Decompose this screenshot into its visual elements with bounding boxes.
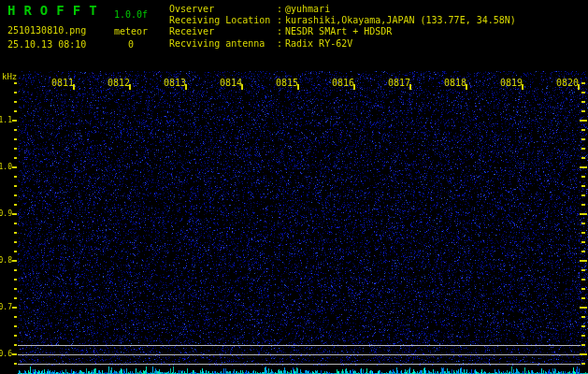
time-tick-label: 0819 bbox=[500, 79, 523, 88]
tick-mark bbox=[14, 335, 17, 337]
station-info-row: Ovserver:@yuhmari bbox=[169, 4, 516, 15]
time-tick-label: 0820 bbox=[556, 79, 579, 88]
info-colon: : bbox=[277, 4, 285, 15]
time-tick-label: 0815 bbox=[276, 79, 298, 88]
tick-mark bbox=[581, 204, 585, 206]
info-value: @yuhmari bbox=[285, 4, 330, 15]
tick-mark bbox=[581, 157, 585, 159]
tick-mark bbox=[581, 241, 585, 243]
tick-mark bbox=[581, 176, 585, 178]
tick-mark bbox=[581, 148, 585, 150]
freq-tick-label: 0.9 bbox=[0, 210, 12, 218]
tick-mark bbox=[14, 129, 17, 131]
tick-mark bbox=[12, 353, 17, 355]
info-colon: : bbox=[277, 26, 285, 37]
tick-mark bbox=[581, 129, 585, 131]
info-label: Recviving antenna bbox=[169, 38, 277, 50]
tick-mark bbox=[14, 279, 17, 280]
time-tick-label: 0812 bbox=[108, 79, 130, 88]
info-label: Receiver bbox=[169, 26, 277, 37]
tick-mark bbox=[14, 148, 17, 150]
tick-mark bbox=[14, 232, 17, 234]
tick-mark bbox=[581, 101, 585, 103]
observation-datetime: 25.10.13 08:10 bbox=[7, 39, 86, 50]
carrier-line bbox=[18, 345, 581, 346]
tick-mark bbox=[581, 344, 585, 346]
tick-mark bbox=[580, 120, 587, 122]
tick-mark bbox=[581, 288, 585, 290]
output-filename: 2510130810.png bbox=[7, 25, 86, 36]
info-label: Ovserver bbox=[169, 4, 277, 15]
time-tick-label: 0816 bbox=[332, 79, 354, 88]
tick-mark bbox=[12, 260, 17, 262]
tick-mark bbox=[581, 194, 585, 196]
info-colon: : bbox=[277, 15, 285, 26]
tick-mark bbox=[14, 82, 17, 84]
info-value: kurashiki,Okayama,JAPAN (133.77E, 34.58N… bbox=[285, 15, 516, 26]
tick-mark bbox=[580, 213, 587, 215]
carrier-line bbox=[18, 364, 581, 365]
app-title: HROFFT bbox=[7, 6, 106, 16]
freq-tick-label: 0.7 bbox=[0, 304, 12, 311]
tick-mark bbox=[581, 316, 585, 318]
tick-mark bbox=[14, 157, 17, 159]
tick-mark bbox=[14, 176, 17, 178]
tick-mark bbox=[14, 223, 17, 224]
tick-mark bbox=[580, 353, 587, 355]
info-value: NESDR SMArt + HDSDR bbox=[285, 26, 392, 37]
time-tick-label: 0813 bbox=[164, 79, 186, 88]
tick-mark bbox=[581, 279, 585, 280]
tick-mark bbox=[581, 335, 585, 337]
tick-mark bbox=[14, 325, 17, 327]
tick-mark bbox=[581, 269, 585, 271]
station-info-row: Receiver:NESDR SMArt + HDSDR bbox=[169, 26, 516, 37]
tick-mark bbox=[581, 363, 585, 365]
tick-mark bbox=[581, 185, 585, 187]
carrier-line bbox=[18, 354, 581, 355]
tick-mark bbox=[14, 316, 17, 318]
freq-tick-label: 0.6 bbox=[0, 351, 12, 358]
station-info-row: Receiving Location:kurashiki,Okayama,JAP… bbox=[169, 15, 516, 26]
tick-mark bbox=[581, 138, 585, 140]
tick-mark bbox=[581, 110, 585, 112]
tick-mark bbox=[14, 194, 17, 196]
info-label: Receiving Location bbox=[169, 15, 277, 26]
tick-mark bbox=[14, 363, 17, 365]
tick-mark bbox=[580, 260, 587, 262]
tick-mark bbox=[14, 92, 17, 94]
time-tick-label: 0811 bbox=[51, 79, 74, 88]
tick-mark bbox=[581, 82, 585, 84]
station-info-row: Recviving antenna:Radix RY-62V bbox=[169, 38, 516, 50]
meteor-counter-label: meteor bbox=[114, 26, 148, 36]
hrofft-window: HROFFT 1.0.0f 2510130810.png meteor 25.1… bbox=[0, 0, 588, 374]
tick-mark bbox=[12, 120, 17, 122]
tick-mark bbox=[14, 288, 17, 290]
tick-mark bbox=[581, 223, 585, 224]
tick-mark bbox=[581, 232, 585, 234]
tick-mark bbox=[580, 307, 587, 309]
time-tick-label: 0814 bbox=[220, 79, 242, 88]
tick-mark bbox=[580, 166, 587, 168]
tick-mark bbox=[14, 101, 17, 103]
tick-mark bbox=[14, 344, 17, 346]
time-tick-label: 0817 bbox=[388, 79, 410, 88]
tick-mark bbox=[14, 204, 17, 206]
tick-mark bbox=[14, 138, 17, 140]
tick-mark bbox=[14, 297, 17, 299]
freq-tick-label: 1.1 bbox=[0, 117, 12, 124]
tick-mark bbox=[581, 297, 585, 299]
meteor-counter-value: 0 bbox=[128, 39, 134, 50]
tick-mark bbox=[14, 110, 17, 112]
tick-mark bbox=[14, 251, 17, 252]
time-tick-label: 0818 bbox=[444, 79, 466, 88]
info-colon: : bbox=[277, 38, 285, 50]
freq-tick-label: 1.0 bbox=[0, 164, 12, 171]
tick-mark bbox=[581, 92, 585, 94]
info-value: Radix RY-62V bbox=[285, 38, 352, 50]
tick-mark bbox=[12, 213, 17, 215]
tick-mark bbox=[581, 325, 585, 327]
tick-mark bbox=[14, 269, 17, 271]
app-version: 1.0.0f bbox=[114, 9, 148, 20]
tick-mark bbox=[14, 241, 17, 243]
spectrogram-canvas bbox=[0, 0, 588, 374]
